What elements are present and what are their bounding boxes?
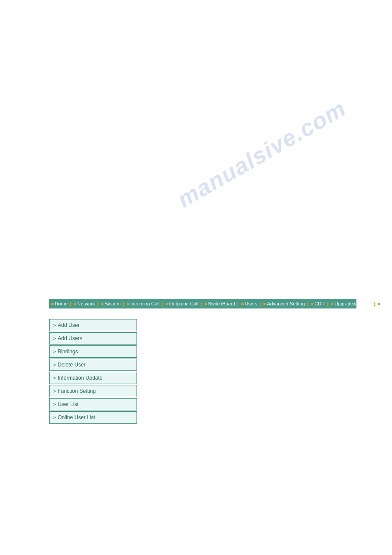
sidebar-item-add-user[interactable]: > Add User (49, 319, 137, 331)
sidebar-item-add-users[interactable]: > Add Users (49, 332, 137, 345)
nav-item-network[interactable]: Network (77, 301, 95, 306)
sidebar-item-label: Information Update (58, 375, 102, 381)
nav-icon: ■ (378, 301, 381, 306)
nav-separator: ‡ (69, 301, 72, 307)
nav-separator: ‡ (96, 301, 99, 307)
nav-separator: ‡ (161, 301, 164, 307)
sidebar-item-label: Add Users (58, 335, 82, 341)
nav-separator: ‡ (200, 301, 203, 307)
nav-item-outgoing-call[interactable]: Outgoing Call (169, 301, 198, 306)
nav-item-incoming-call[interactable]: Incoming Call (130, 301, 160, 306)
nav-separator: ‡ (237, 301, 240, 307)
sidebar-item-delete-user[interactable]: > Delete User (49, 359, 137, 371)
chevron-right-icon: > (53, 375, 56, 381)
nav-item-users[interactable]: Users (245, 301, 257, 306)
nav-icon: ■ (101, 301, 104, 306)
sidebar-item-online-user-list[interactable]: > Online User List (49, 411, 137, 424)
watermark: manualsive.com (173, 95, 351, 213)
sidebar-item-user-list[interactable]: > User List (49, 398, 137, 410)
sidebar-menu: > Add User> Add Users> Bindings> Delete … (49, 319, 137, 424)
sidebar-item-label: Delete User (58, 362, 85, 368)
nav-item-exit[interactable]: Exit (381, 301, 389, 306)
nav-item-home[interactable]: Home (55, 301, 68, 306)
nav-icon: ■ (165, 301, 169, 306)
chevron-right-icon: > (53, 323, 56, 328)
nav-item-switchboard[interactable]: SwitchBoard (208, 301, 235, 306)
nav-item-system[interactable]: System (104, 301, 121, 306)
sidebar-item-information-update[interactable]: > Information Update (49, 372, 137, 384)
chevron-right-icon: > (53, 349, 56, 354)
sidebar-item-label: Add User (58, 322, 79, 328)
nav-icon: ■ (204, 301, 207, 306)
chevron-right-icon: > (53, 336, 56, 341)
nav-bar: ■Home‡■Network‡■System‡■Incoming Call‡■O… (49, 299, 356, 308)
nav-icon: ■ (263, 301, 266, 306)
nav-separator: ‡ (373, 301, 376, 307)
nav-separator: ‡ (259, 301, 262, 307)
nav-icon: ■ (51, 301, 54, 306)
nav-separator: ‡ (306, 301, 309, 307)
nav-item-advanced-setting[interactable]: Advanced Setting (267, 301, 305, 306)
chevron-right-icon: > (53, 362, 56, 367)
sidebar-item-bindings[interactable]: > Bindings (49, 345, 137, 358)
sidebar-item-label: Bindings (58, 348, 78, 355)
chevron-right-icon: > (53, 402, 56, 407)
nav-icon: ■ (311, 301, 314, 306)
nav-icon: ■ (73, 301, 76, 306)
nav-item-upgrade-reboot[interactable]: Upgrade&Reboot (334, 301, 372, 306)
nav-separator: ‡ (326, 301, 329, 307)
nav-icon: ■ (241, 301, 244, 306)
sidebar-item-label: Online User List (58, 414, 95, 421)
sidebar-item-label: User List (58, 401, 78, 407)
nav-icon: ■ (126, 301, 129, 306)
chevron-right-icon: > (53, 388, 56, 394)
chevron-right-icon: > (53, 415, 56, 420)
sidebar-item-label: Function Setting (58, 388, 96, 394)
nav-item-cdr[interactable]: CDR (314, 301, 325, 306)
sidebar-item-function-setting[interactable]: > Function Setting (49, 385, 137, 397)
nav-icon: ■ (331, 301, 334, 306)
nav-separator: ‡ (122, 301, 125, 307)
